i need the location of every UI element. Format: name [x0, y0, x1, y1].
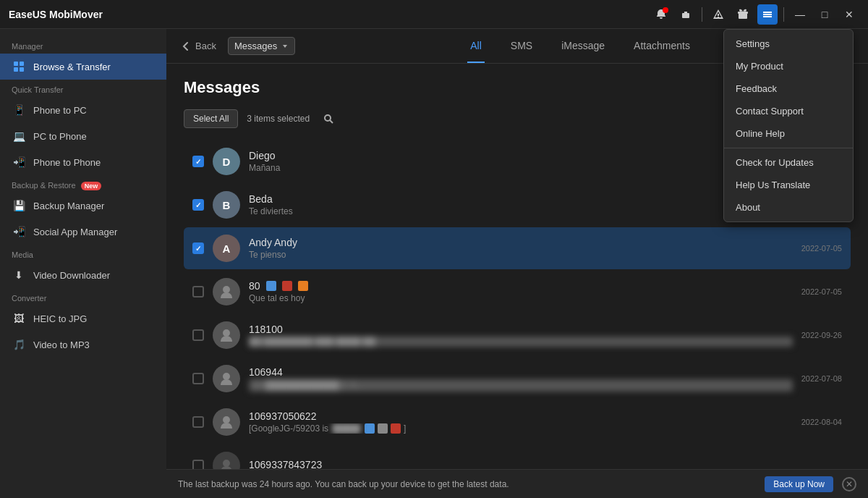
avatar-80	[213, 278, 240, 305]
sidebar-item-video-to-mp3[interactable]: 🎵 Video to MP3	[0, 332, 166, 358]
dropdown-value: Messages	[234, 41, 277, 51]
msg-date-118100: 2022-09-26	[801, 331, 842, 339]
sidebar-item-social-app-manager[interactable]: 📲 Social App Manager	[0, 219, 166, 245]
svg-point-12	[223, 286, 230, 293]
checkbox-beda[interactable]	[192, 199, 204, 211]
selected-count: 3 items selected	[247, 114, 310, 124]
color-block-red	[282, 281, 292, 291]
select-all-button[interactable]: Select All	[184, 109, 238, 128]
menu-item-settings[interactable]: Settings	[724, 33, 853, 55]
message-row[interactable]: 106937050622 [GoogleJG-/59203 is ████ ] …	[184, 401, 851, 443]
svg-rect-3	[763, 12, 772, 13]
backup-now-button[interactable]: Back up Now	[765, 476, 833, 492]
msg-info-106944: 106944 【A ████████████ 】3...	[249, 366, 793, 392]
menu-item-check-updates[interactable]: Check for Updates	[724, 151, 853, 174]
section-converter-label: Converter	[0, 288, 166, 305]
menu-item-about[interactable]: About	[724, 196, 853, 219]
briefcase-icon[interactable]	[676, 4, 696, 25]
sidebar-label-heic-to-jpg: HEIC to JPG	[33, 313, 87, 324]
message-row[interactable]: A Andy Andy Te pienso 2022-07-05	[184, 227, 851, 269]
msg-info-118100: 118100 ██ ████████ ███ ████ ██	[249, 324, 793, 347]
sidebar-item-phone-to-phone[interactable]: 📲 Phone to Phone	[0, 149, 166, 175]
video-mp3-icon: 🎵	[12, 337, 26, 352]
tab-attachments[interactable]: Attachments	[631, 29, 693, 63]
message-row[interactable]: 80 Que tal es hoy 2022-07-05	[184, 271, 851, 313]
notification-bell-icon[interactable]	[651, 4, 671, 25]
sidebar: Manager Browse & Transfer Quick Transfer…	[0, 29, 166, 498]
sidebar-label-video-to-mp3: Video to MP3	[33, 339, 90, 350]
checkbox-1069370506[interactable]	[192, 416, 204, 428]
msg-name-diego: Diego	[249, 150, 793, 161]
svg-point-14	[223, 373, 230, 380]
svg-rect-5	[763, 16, 772, 17]
avatar-last	[213, 452, 240, 469]
checkbox-diego[interactable]	[192, 156, 204, 167]
dropdown-menu: Settings My Product Feedback Contact Sup…	[723, 29, 854, 222]
section-manager-label: Manager	[0, 36, 166, 54]
heic-icon: 🖼	[12, 311, 26, 326]
menu-item-my-product[interactable]: My Product	[724, 55, 853, 77]
checkbox-106944[interactable]	[192, 373, 204, 384]
menu-item-online-help[interactable]: Online Help	[724, 122, 853, 145]
gift-icon[interactable]	[733, 4, 753, 25]
sidebar-item-video-downloader[interactable]: ⬇ Video Downloader	[0, 262, 166, 288]
menu-item-feedback[interactable]: Feedback	[724, 77, 853, 100]
menu-item-help-translate[interactable]: Help Us Translate	[724, 174, 853, 196]
message-row[interactable]: 1069337843723	[184, 444, 851, 469]
section-quick-transfer-label: Quick Transfer	[0, 80, 166, 97]
sidebar-label-pc-to-phone: PC to Phone	[33, 131, 87, 142]
back-button[interactable]: Back	[181, 41, 216, 51]
pc-to-phone-icon: 💻	[12, 129, 26, 143]
msg-preview-diego: Mañana	[249, 163, 793, 173]
back-label: Back	[195, 41, 216, 51]
msg-preview-1069370506: [GoogleJG-/59203 is ████ ]	[249, 423, 793, 434]
sidebar-item-phone-to-pc[interactable]: 📱 Phone to PC	[0, 97, 166, 123]
sidebar-item-heic-to-jpg[interactable]: 🖼 HEIC to JPG	[0, 305, 166, 332]
menu-item-contact-support[interactable]: Contact Support	[724, 100, 853, 122]
sidebar-item-pc-to-phone[interactable]: 💻 PC to Phone	[0, 123, 166, 149]
backup-message: The last backup was 24 hours ago. You ca…	[178, 479, 509, 489]
msg-name-106944: 106944	[249, 366, 793, 378]
sidebar-item-browse-transfer[interactable]: Browse & Transfer	[0, 54, 166, 80]
tab-all[interactable]: All	[467, 29, 485, 63]
msg-info-andy: Andy Andy Te pienso	[249, 237, 793, 260]
section-backup-label: Backup & Restore New	[0, 175, 166, 193]
close-button[interactable]: ✕	[839, 4, 859, 25]
color-block2	[365, 423, 375, 434]
search-button[interactable]	[318, 109, 339, 129]
color-block3	[378, 423, 388, 434]
checkbox-80[interactable]	[192, 286, 204, 297]
message-row[interactable]: 106944 【A ████████████ 】3... 2022-07-08	[184, 358, 851, 400]
color-block4	[391, 423, 401, 434]
menu-divider	[724, 148, 853, 148]
alert-icon[interactable]	[708, 4, 728, 25]
minimize-button[interactable]: —	[790, 4, 810, 25]
sidebar-item-backup-manager[interactable]: 💾 Backup Manager	[0, 193, 166, 219]
msg-info-diego: Diego Mañana	[249, 150, 793, 173]
phone-to-phone-icon: 📲	[12, 155, 26, 169]
checkbox-118100[interactable]	[192, 329, 204, 341]
msg-preview-118100: ██ ████████ ███ ████ ██	[249, 337, 793, 347]
msg-name-1069370506: 106937050622	[249, 410, 793, 422]
messages-dropdown[interactable]: Messages	[228, 37, 295, 55]
tab-sms[interactable]: SMS	[508, 29, 535, 63]
avatar-106944	[213, 365, 240, 392]
msg-date-80: 2022-07-05	[801, 287, 842, 296]
sidebar-label-backup-manager: Backup Manager	[33, 201, 104, 211]
tab-imessage[interactable]: iMessage	[558, 29, 608, 63]
bottom-bar: The last backup was 24 hours ago. You ca…	[166, 469, 868, 498]
new-badge: New	[81, 182, 102, 190]
svg-rect-2	[738, 12, 748, 14]
checkbox-andy[interactable]	[192, 242, 204, 254]
msg-name-andy: Andy Andy	[249, 237, 793, 248]
svg-rect-6	[14, 62, 18, 66]
message-row[interactable]: 118100 ██ ████████ ███ ████ ██ 2022-09-2…	[184, 314, 851, 356]
close-bar-button[interactable]: ✕	[842, 477, 856, 491]
sidebar-label-phone-to-pc: Phone to PC	[33, 105, 87, 116]
maximize-button[interactable]: □	[814, 4, 835, 25]
avatar-beda: B	[213, 191, 240, 219]
checkbox-last[interactable]	[192, 460, 204, 469]
msg-preview-beda: Te diviertes	[249, 206, 793, 216]
menu-dropdown-icon[interactable]	[757, 4, 778, 25]
svg-rect-1	[739, 13, 747, 19]
